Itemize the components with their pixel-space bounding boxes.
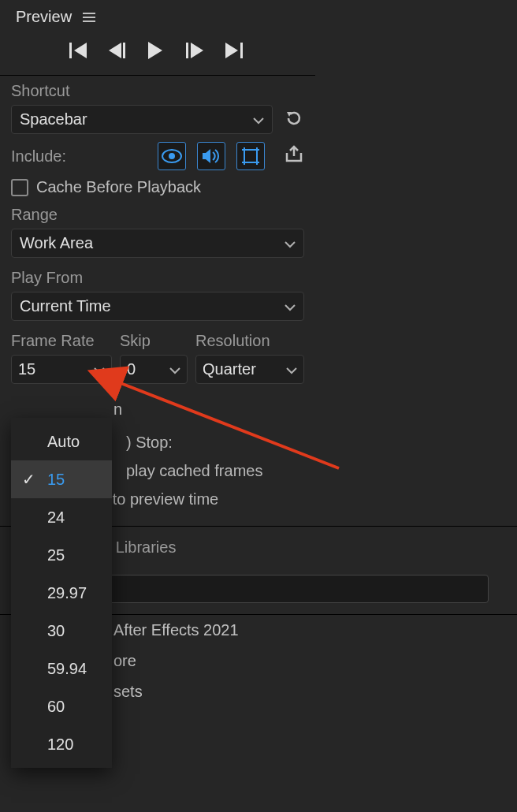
svg-rect-8 [240,43,243,58]
shortcut-dropdown[interactable]: Spacebar [11,105,273,134]
framerate-dropdown[interactable]: 15 [11,355,112,384]
cache-before-playback-label: Cache Before Playback [36,178,201,196]
framerate-option[interactable]: 15 [11,460,112,498]
chevron-down-icon [94,360,105,378]
chevron-down-icon [169,360,180,378]
svg-marker-6 [191,43,203,58]
skip-value: 0 [127,360,136,378]
next-frame-button[interactable] [186,42,203,59]
chevron-down-icon [285,297,296,315]
playfrom-label: Play From [11,269,304,287]
include-label: Include: [11,147,66,166]
last-frame-button[interactable] [225,42,243,59]
svg-rect-13 [244,150,257,162]
svg-marker-4 [148,42,162,59]
svg-marker-12 [203,149,210,163]
svg-rect-3 [123,43,125,58]
shortcut-label: Shortcut [11,82,304,100]
chevron-down-icon [285,234,296,252]
tab-libraries[interactable]: Libraries [116,538,177,561]
include-video-toggle[interactable] [158,142,186,170]
range-value: Work Area [20,234,93,252]
chevron-down-icon [253,110,264,129]
skip-label: Skip [120,332,188,350]
include-overlays-toggle[interactable] [236,142,265,170]
framerate-option[interactable]: 24 [11,498,112,536]
svg-point-11 [169,153,175,159]
first-frame-button[interactable] [69,42,87,59]
framerate-option[interactable]: 59.94 [11,650,112,687]
framerate-option[interactable]: 120 [11,725,112,763]
previous-frame-button[interactable] [109,42,126,59]
skip-dropdown[interactable]: 0 [120,355,188,384]
svg-rect-5 [186,43,188,58]
svg-marker-2 [109,43,121,58]
range-dropdown[interactable]: Work Area [11,229,304,258]
resolution-dropdown[interactable]: Quarter [195,355,304,384]
framerate-option[interactable]: Auto [11,423,112,460]
share-icon[interactable] [284,145,304,167]
framerate-value: 15 [18,360,35,378]
svg-marker-7 [225,43,238,58]
cache-before-playback-checkbox[interactable] [11,179,28,196]
framerate-option[interactable]: 60 [11,687,112,725]
shortcut-value: Spacebar [20,110,87,129]
svg-marker-1 [74,43,87,58]
play-button[interactable] [148,42,164,59]
include-audio-toggle[interactable] [197,142,225,170]
reset-icon[interactable] [284,108,304,132]
framerate-option[interactable]: 29.97 [11,574,112,612]
range-label: Range [11,206,304,224]
svg-rect-0 [69,43,72,58]
resolution-label: Resolution [195,332,304,350]
playfrom-dropdown[interactable]: Current Time [11,292,304,321]
resolution-value: Quarter [203,360,256,378]
framerate-option[interactable]: 25 [11,536,112,574]
chevron-down-icon [286,360,297,378]
framerate-option[interactable]: 30 [11,612,112,650]
panel-title: Preview [16,8,72,26]
panel-menu-icon[interactable] [83,13,95,22]
framerate-label: Frame Rate [11,332,112,350]
framerate-options-popup: Auto15242529.973059.9460120 [11,418,112,768]
playfrom-value: Current Time [20,297,111,315]
